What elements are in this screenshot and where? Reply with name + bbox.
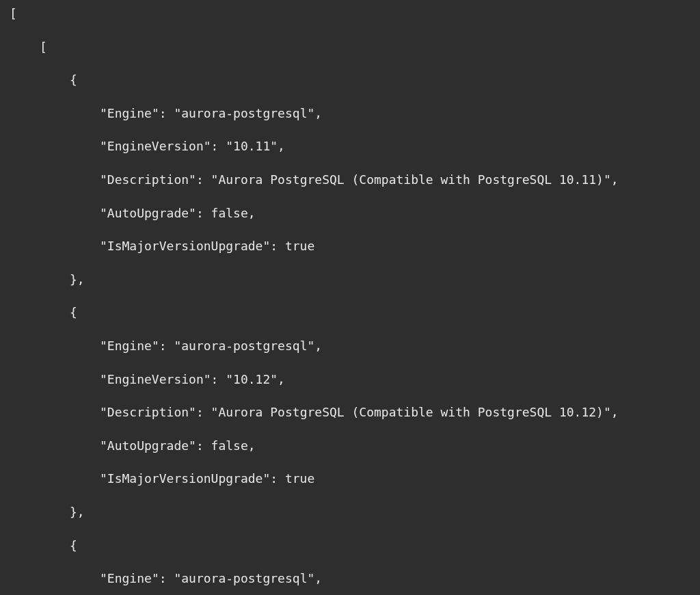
json-line: "Engine": "aurora-postgresql", (100, 105, 690, 122)
object-open: { (70, 72, 690, 88)
object-close: }, (70, 272, 690, 288)
inner-array-open: [ (40, 39, 690, 55)
json-line: "Engine": "aurora-postgresql", (100, 338, 690, 354)
json-line: "IsMajorVersionUpgrade": true (100, 471, 690, 487)
json-line: "Description": "Aurora PostgreSQL (Compa… (100, 404, 690, 421)
json-output: [ [ { "Engine": "aurora-postgresql", "En… (10, 5, 690, 595)
json-line: "AutoUpgrade": false, (100, 438, 690, 454)
json-line: "EngineVersion": "10.11", (100, 138, 690, 155)
object-open: { (70, 538, 690, 554)
json-line: "IsMajorVersionUpgrade": true (100, 238, 690, 254)
object-close: }, (70, 504, 690, 520)
json-line: "Engine": "aurora-postgresql", (100, 570, 690, 587)
object-open: { (70, 304, 690, 321)
json-line: "AutoUpgrade": false, (100, 205, 690, 222)
outer-array-open: [ (10, 5, 690, 22)
json-line: "Description": "Aurora PostgreSQL (Compa… (100, 172, 690, 188)
json-line: "EngineVersion": "10.12", (100, 371, 690, 388)
